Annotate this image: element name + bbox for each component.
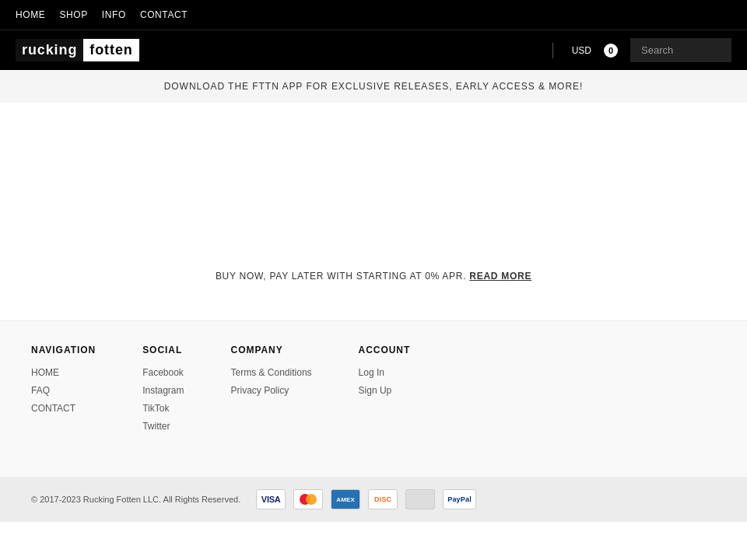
list-item: Log In [359, 366, 411, 378]
generic-card-icon [405, 489, 435, 509]
main-header: ruckingfotten USD 0 [0, 30, 747, 70]
list-item: CONTACT [31, 402, 96, 414]
footer-nav-faq[interactable]: FAQ [31, 385, 50, 396]
footer-terms-link[interactable]: Terms & Conditions [231, 367, 312, 378]
list-item: Twitter [142, 420, 184, 432]
list-item: TikTok [142, 402, 184, 414]
bnpl-read-more-link[interactable]: READ MORE [469, 271, 531, 282]
footer-nav-list: HOME FAQ CONTACT [31, 366, 96, 414]
footer-login-link[interactable]: Log In [359, 367, 384, 378]
list-item: Terms & Conditions [231, 366, 312, 378]
footer-nav-heading: NAVIGATION [31, 345, 96, 355]
main-content: BUY NOW, PAY LATER WITH STARTING AT 0% A… [0, 103, 747, 320]
footer-company-list: Terms & Conditions Privacy Policy [231, 366, 312, 396]
footer-social-list: Facebook Instagram TikTok Twitter [142, 366, 184, 432]
list-item: Instagram [142, 384, 184, 396]
footer-account-col: ACCOUNT Log In Sign Up [359, 345, 411, 438]
footer-company-heading: COMPANY [231, 345, 312, 355]
list-item: Facebook [142, 366, 184, 378]
bnpl-text: BUY NOW, PAY LATER WITH STARTING AT 0% A… [216, 271, 466, 282]
nav-info[interactable]: INFO [102, 9, 126, 20]
nav-home[interactable]: HOME [16, 9, 45, 20]
visa-icon: VISA [256, 489, 286, 509]
footer-navigation-col: NAVIGATION HOME FAQ CONTACT [31, 345, 96, 438]
footer-social-instagram[interactable]: Instagram [142, 385, 184, 396]
footer-nav-home[interactable]: HOME [31, 367, 59, 378]
logo-part1: rucking [16, 39, 83, 61]
list-item: HOME [31, 366, 96, 378]
promo-banner: DOWNLOAD THE FTTN APP FOR EXCLUSIVE RELE… [0, 70, 747, 103]
nav-shop[interactable]: SHOP [59, 9, 87, 20]
discover-icon: DISC [368, 489, 398, 509]
logo: ruckingfotten [16, 39, 139, 61]
footer-bottom: © 2017-2023 Rucking Fotten LLC. All Righ… [0, 477, 747, 522]
mastercard-icon [293, 489, 323, 509]
divider [552, 43, 553, 58]
amex-icon: AMEX [331, 489, 360, 509]
footer: NAVIGATION HOME FAQ CONTACT SOCIAL Faceb… [0, 320, 747, 477]
list-item: FAQ [31, 384, 96, 396]
logo-part2: fotten [83, 39, 139, 61]
cart-count[interactable]: 0 [604, 44, 618, 58]
footer-account-heading: ACCOUNT [359, 345, 411, 355]
copyright-text: © 2017-2023 Rucking Fotten LLC. All Righ… [31, 495, 240, 504]
header-right-controls: USD 0 [546, 38, 731, 62]
list-item: Sign Up [359, 384, 411, 396]
footer-social-twitter[interactable]: Twitter [142, 421, 170, 432]
currency-selector[interactable]: USD [572, 45, 591, 56]
footer-social-facebook[interactable]: Facebook [142, 367, 184, 378]
mc-orange-circle [306, 494, 317, 505]
nav-contact[interactable]: CONTACT [140, 9, 188, 20]
footer-signup-link[interactable]: Sign Up [359, 385, 392, 396]
bnpl-section: BUY NOW, PAY LATER WITH STARTING AT 0% A… [200, 255, 547, 297]
search-container [630, 38, 731, 62]
footer-account-list: Log In Sign Up [359, 366, 411, 396]
paypal-icon: PayPal [443, 489, 476, 509]
top-navigation: HOME SHOP INFO CONTACT [0, 0, 747, 30]
search-input[interactable] [630, 38, 731, 62]
footer-columns: NAVIGATION HOME FAQ CONTACT SOCIAL Faceb… [31, 345, 716, 438]
list-item: Privacy Policy [231, 384, 312, 396]
footer-social-heading: SOCIAL [142, 345, 184, 355]
mastercard-circles [300, 494, 317, 505]
footer-nav-contact[interactable]: CONTACT [31, 403, 75, 414]
footer-company-col: COMPANY Terms & Conditions Privacy Polic… [231, 345, 312, 438]
footer-social-col: SOCIAL Facebook Instagram TikTok Twitter [142, 345, 184, 438]
banner-text: DOWNLOAD THE FTTN APP FOR EXCLUSIVE RELE… [164, 81, 584, 92]
footer-social-tiktok[interactable]: TikTok [142, 403, 169, 414]
footer-privacy-link[interactable]: Privacy Policy [231, 385, 289, 396]
